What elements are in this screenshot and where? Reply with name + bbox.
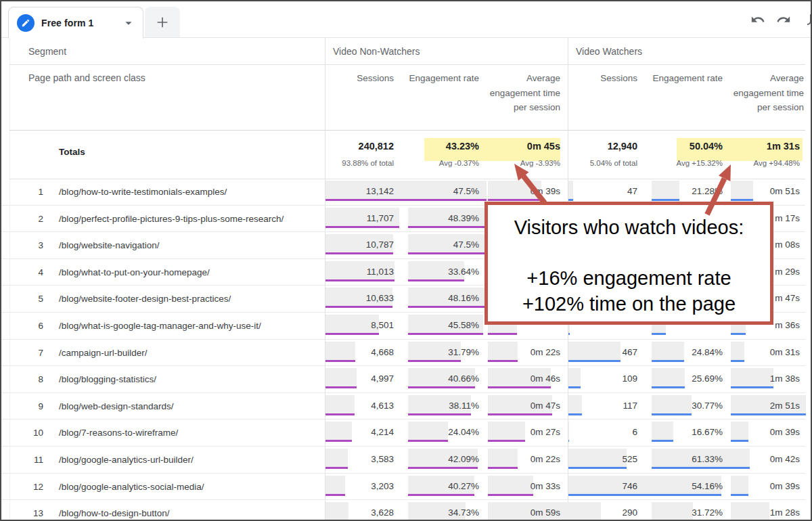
- cell-nw_sessions: 4,997: [325, 366, 407, 392]
- cell-bar: [325, 413, 355, 415]
- cell-bar-background: [731, 449, 750, 467]
- totals-sub-w_sessions: 5.04% of total: [568, 159, 637, 167]
- col-header-nw-sessions[interactable]: Sessions: [325, 71, 394, 86]
- cell-bar: [731, 360, 744, 362]
- cell-bar-background: [652, 181, 679, 199]
- pencil-icon: [17, 14, 35, 32]
- cell-bar-background: [568, 368, 581, 386]
- cell-bar-background: [488, 449, 518, 467]
- cell-value: 40.66%: [448, 373, 479, 384]
- cell-bar: [408, 413, 471, 415]
- cell-nw_sessions: 3,583: [325, 447, 407, 473]
- row-number: 3: [27, 240, 43, 250]
- annotation-line-3: +102% time on the page: [488, 293, 770, 315]
- cell-nw_eng: 40.66%: [407, 366, 487, 392]
- row-number: 13: [27, 508, 43, 518]
- cell-value: 24.84%: [692, 347, 723, 357]
- totals-label: Totals: [59, 147, 85, 157]
- col-header-w-engagement-rate[interactable]: Engagement rate: [651, 71, 723, 86]
- redo-icon: [776, 12, 791, 27]
- cell-bar: [325, 306, 392, 308]
- cell-bar-background: [408, 422, 448, 440]
- cell-nw_eng: 38.11%: [407, 393, 487, 420]
- cell-value: 11,013: [367, 267, 394, 277]
- cell-value: 1m 38s: [770, 373, 800, 384]
- tab-free-form-1[interactable]: Free form 1: [8, 7, 143, 39]
- totals-sub-w_eng: Avg +15.32%: [651, 159, 723, 167]
- clipped-toolbar-icon[interactable]: [806, 12, 811, 28]
- page-path: /blog/how-to-design-button/: [59, 508, 170, 518]
- cell-bar: [731, 440, 748, 442]
- row-number: 1: [27, 187, 43, 197]
- cell-bar: [652, 199, 679, 201]
- cell-bar: [488, 333, 517, 335]
- col-header-nw-avg-engagement-time[interactable]: Average engagement time per session: [487, 71, 560, 115]
- col-header-nw-engagement-rate[interactable]: Engagement rate: [407, 71, 479, 86]
- cell-bar: [488, 494, 533, 496]
- cell-value: 0m 33s: [531, 481, 560, 491]
- cell-bar: [652, 494, 721, 496]
- table-row: 7/campaign-url-builder/4,66831.79%0m 22s…: [1, 340, 805, 367]
- cell-value: 42.09%: [448, 454, 479, 464]
- cell-value: 13,142: [366, 186, 394, 196]
- cell-value: m 29s: [775, 267, 800, 277]
- cell-nw_eng: 24.04%: [407, 420, 487, 446]
- chevron-down-icon[interactable]: [121, 16, 136, 30]
- cell-bar-background: [325, 422, 352, 440]
- page-path: /blog/website-navigation/: [59, 240, 160, 250]
- cell-bar: [652, 413, 692, 415]
- page-path: /blog/blogging-statistics/: [59, 374, 156, 384]
- cell-nw_sessions: 10,633: [325, 286, 407, 312]
- cell-bar: [408, 386, 475, 388]
- cell-w_time: 1m 28s: [730, 500, 805, 521]
- cell-value: 290: [622, 507, 637, 518]
- cell-w_eng: 54.16%: [651, 474, 730, 500]
- cell-bar-background: [652, 395, 692, 413]
- add-tab-button[interactable]: [145, 7, 180, 37]
- cell-bar: [568, 440, 569, 442]
- plus-icon: [155, 15, 170, 30]
- cell-nw_eng: 40.27%: [407, 474, 487, 500]
- cell-bar: [325, 252, 393, 254]
- redo-button[interactable]: [775, 11, 792, 28]
- totals-value-w_sessions: 12,940: [568, 141, 637, 152]
- cell-nw_time: 0m 33s: [487, 474, 568, 500]
- cell-bar-background: [568, 181, 573, 199]
- cell-nw_time: 0m 59s: [487, 500, 568, 521]
- cell-nw_sessions: 13,142: [325, 179, 407, 205]
- cell-bar-background: [488, 476, 533, 494]
- cell-value: 8,501: [371, 320, 394, 330]
- undo-button[interactable]: [749, 11, 767, 28]
- cell-bar: [488, 199, 541, 201]
- cell-w_sessions: 47: [568, 179, 651, 205]
- col-header-w-avg-engagement-time[interactable]: Average engagement time per session: [730, 71, 804, 115]
- undo-icon: [750, 12, 765, 27]
- cell-bar-background: [652, 342, 684, 360]
- cell-w_eng: 31.72%: [651, 500, 730, 521]
- cell-bar: [488, 467, 518, 469]
- table-row: 13/blog/how-to-design-button/3,62834.73%…: [1, 500, 805, 521]
- cell-bar: [731, 333, 746, 335]
- cell-value: 21.28%: [692, 186, 723, 196]
- cell-w_sessions: 467: [568, 340, 651, 366]
- cell-value: 10,633: [366, 293, 394, 303]
- cell-value: m 47s: [775, 293, 800, 303]
- table-row: 8/blog/blogging-statistics/4,99740.66%0m…: [1, 366, 805, 393]
- cell-bar-background: [731, 502, 769, 520]
- cell-value: 0m 51s: [770, 186, 800, 196]
- cell-value: 0m 39s: [770, 481, 800, 491]
- cell-value: 0m 22s: [531, 454, 560, 464]
- cell-bar: [408, 333, 483, 335]
- segment-header: Segment: [28, 46, 66, 57]
- row-number: 9: [27, 401, 43, 411]
- cell-w_sessions: 525: [568, 447, 651, 473]
- cell-value: 16.67%: [692, 427, 723, 437]
- row-number: 8: [27, 374, 43, 384]
- row-number: 4: [27, 267, 43, 277]
- cell-value: 4,668: [371, 347, 394, 357]
- cell-bar-background: [731, 476, 748, 494]
- page-path: /blog/google-analytics-url-builder/: [59, 455, 194, 465]
- cell-nw_time: 0m 22s: [487, 447, 568, 473]
- cell-value: 6: [632, 427, 637, 437]
- col-header-w-sessions[interactable]: Sessions: [568, 71, 637, 86]
